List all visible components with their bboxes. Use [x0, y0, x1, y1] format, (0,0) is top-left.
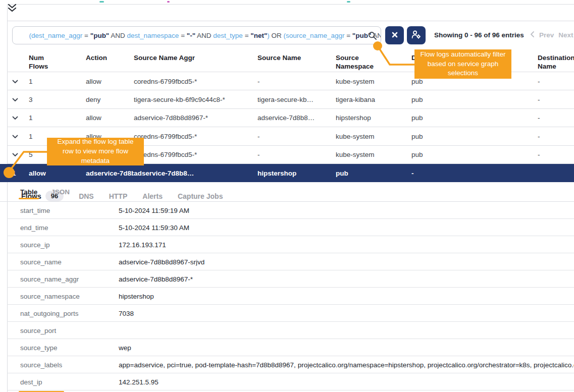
results-count-text: Showing 0 - 96 of 96 entries: [434, 31, 524, 39]
detail-key: source_port: [20, 327, 56, 334]
query-token: (dest_name_aggr: [29, 32, 83, 39]
detail-row: source_name adservice-7d8b8d8967-srjvd: [0, 253, 574, 270]
query-token: ): [267, 32, 271, 39]
row-expand-control[interactable]: [12, 133, 29, 140]
detail-value: 7038: [119, 310, 574, 317]
column-header: Destination Name: [538, 53, 574, 71]
cell-source-namespace: kube-system: [336, 151, 411, 158]
cell-num-flows: 1: [29, 114, 86, 122]
cell-action: allow: [86, 78, 134, 85]
flow-log-row[interactable]: 1 allow adservice-7d8b8d8967-* adservice…: [0, 109, 574, 127]
search-icon: [368, 31, 377, 42]
clear-filter-button[interactable]: [385, 26, 404, 44]
cell-source-name: -: [257, 78, 336, 85]
cell-num-flows: 1: [12, 170, 29, 177]
user-query-settings-button[interactable]: [407, 26, 426, 44]
detail-row: source_port: [0, 322, 574, 339]
cell-source-name-aggr: coredns-6799fbcd5-*: [134, 78, 257, 85]
detail-value: app=adservice, pci=true, pod-template-ha…: [119, 361, 574, 369]
query-token: "pub": [90, 32, 110, 39]
cell-source-name-aggr: coredns-6799fbcd5-*: [134, 151, 257, 158]
query-token: =: [243, 32, 250, 39]
pagination: Prev Next: [530, 31, 574, 39]
chevron-down-icon: [12, 96, 18, 103]
detail-value: adservice-7d8b8d8967-*: [119, 275, 574, 283]
tutorial-callout-expand: Expand the flow log table row to view mo…: [47, 138, 144, 165]
cell-dest-name-aggr: pub: [411, 151, 538, 158]
chevron-down-icon: [12, 78, 18, 85]
prev-icon[interactable]: [530, 31, 535, 39]
cell-dest-name-aggr: pub: [411, 133, 538, 140]
cell-dest-name-aggr: pub: [411, 114, 538, 122]
double-chevron-down-icon: [7, 4, 17, 14]
chevron-down-icon: [12, 151, 18, 158]
detail-value: 5-10-2024 11:59:19 AM: [119, 207, 574, 214]
detail-row: dest_ip 142.251.5.95: [0, 373, 574, 390]
cell-source-name: -: [257, 151, 336, 158]
flow-detail-table: start_time 5-10-2024 11:59:19 AM end_tim…: [0, 201, 574, 390]
detail-row: nat_outgoing_ports 7038: [0, 305, 574, 322]
query-token: (source_name_aggr: [284, 32, 345, 39]
cell-source-namespace: hipstershop: [257, 170, 336, 177]
cell-source-namespace: kube-system: [336, 133, 411, 140]
prev-page-button[interactable]: Prev: [539, 31, 554, 39]
column-header: Source Name Aggr: [134, 53, 257, 62]
detail-row: source_namespace hipstershop: [0, 288, 574, 305]
query-token: =: [344, 32, 352, 39]
cell-destination-name: -: [411, 170, 538, 177]
detail-value: 172.16.193.171: [119, 241, 574, 249]
detail-view-tab[interactable]: Table: [20, 182, 37, 201]
flow-log-row[interactable]: 3 deny tigera-secure-kb-6f9c9c44c8-* tig…: [0, 90, 574, 108]
flow-log-row[interactable]: 1 allow adservice-7d8b8d8967-* adservice…: [0, 164, 574, 182]
detail-view-tab[interactable]: JSON: [51, 182, 70, 201]
detail-value: adservice-7d8b8d8967-srjvd: [119, 258, 574, 266]
query-token: AND: [109, 32, 127, 39]
detail-key: source_namespace: [20, 293, 80, 300]
cell-action: allow: [29, 170, 86, 177]
next-page-button[interactable]: Next: [558, 31, 573, 39]
cell-source-name: tigera-secure-kb…: [257, 96, 336, 103]
detail-row: source_name_aggr adservice-7d8b8d8967-*: [0, 270, 574, 288]
chevron-down-icon: [12, 114, 18, 122]
cell-source-name-aggr: tigera-secure-kb-6f9c9c44c8-*: [134, 96, 257, 103]
column-header: Num Flows: [29, 53, 86, 71]
detail-key: source_name: [20, 258, 62, 266]
query-token: =: [179, 32, 186, 39]
filter-query-text: (dest_name_aggr = "pub" AND dest_namespa…: [13, 26, 381, 44]
flow-filter-query-input[interactable]: (dest_name_aggr = "pub" AND dest_namespa…: [12, 26, 381, 44]
query-token: dest_type: [213, 32, 243, 39]
collapse-panel-button[interactable]: [6, 4, 18, 14]
column-header: Action: [86, 53, 134, 62]
cell-num-flows: 3: [29, 96, 86, 103]
chevron-down-icon: [12, 133, 18, 140]
cell-source-namespace: tigera-kibana: [336, 96, 411, 103]
cell-source-name: adservice-7d8b8…: [257, 114, 336, 122]
column-header: Source Name: [257, 53, 336, 62]
cell-destination-name: -: [538, 96, 574, 103]
detail-key: source_labels: [20, 361, 62, 369]
cell-destination-name: -: [538, 78, 574, 85]
flow-logs-panel: Flows 96 DNS HTTP Alerts Capture Jobs (d…: [0, 0, 574, 392]
cell-source-namespace: hipstershop: [336, 114, 411, 122]
query-token: "-": [187, 32, 195, 39]
detail-key: source_ip: [20, 241, 50, 249]
tutorial-callout-filter: Flow logs automatically filter based on …: [414, 49, 511, 79]
cell-num-flows: 1: [29, 78, 86, 85]
cell-source-name-aggr: coredns-6799fbcd5-*: [134, 133, 257, 140]
clipped-content-remnant: [347, 1, 350, 3]
row-expand-control[interactable]: [12, 78, 29, 85]
row-expand-control[interactable]: [12, 151, 29, 158]
cell-destination-name: -: [538, 151, 574, 158]
column-header: Source Namespace: [336, 53, 411, 71]
cell-destination-name: -: [538, 114, 574, 122]
cell-dest-name-aggr: pub: [411, 96, 538, 103]
user-settings-icon: [411, 30, 422, 41]
cell-source-name-aggr: adservice-7d8b8d8967-*: [86, 170, 134, 177]
close-icon: [391, 31, 399, 40]
cell-dest-name-aggr: pub: [336, 170, 411, 177]
row-expand-control[interactable]: [12, 114, 29, 122]
detail-value: hipstershop: [119, 293, 574, 300]
detail-key: start_time: [20, 207, 50, 214]
detail-key: nat_outgoing_ports: [20, 310, 79, 317]
row-expand-control[interactable]: [12, 96, 29, 103]
